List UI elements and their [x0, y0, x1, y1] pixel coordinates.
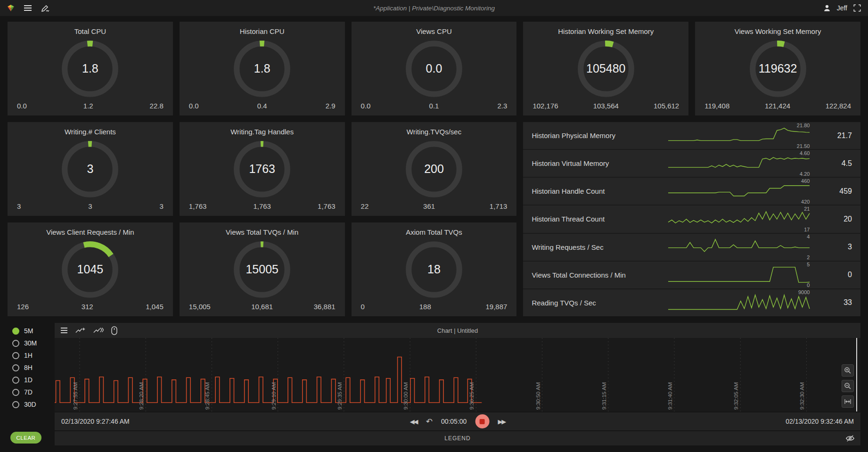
fullscreen-icon[interactable]: [853, 4, 861, 12]
timeframe-5m[interactable]: 5M: [8, 325, 55, 337]
timeframe-30d[interactable]: 30D: [8, 398, 55, 411]
metric-row: Historian Physical Memory 21.80 21.50 21…: [523, 122, 860, 149]
metrics-panel: Historian Physical Memory 21.80 21.50 21…: [523, 122, 860, 316]
metric-label: Writing Requests / Sec: [532, 243, 668, 251]
spark-hi-label: 460: [801, 178, 810, 184]
rewind-button[interactable]: ◀◀: [410, 418, 418, 425]
radio-icon: [12, 389, 19, 396]
gauge-max: 1,045: [146, 303, 164, 311]
metric-value: 33: [810, 298, 852, 307]
gauge-mid: 103,564: [593, 102, 619, 110]
sparkline: 460 420: [668, 182, 810, 200]
mouse-mode-icon[interactable]: [111, 326, 117, 335]
timeframe-8h[interactable]: 8H: [8, 362, 55, 374]
sparkline: 21.80 21.50: [668, 127, 810, 145]
spark-hi-label: 4.60: [800, 150, 810, 156]
gauge-min: 0.0: [361, 102, 371, 110]
time-axis-label: 9:27:55 AM: [73, 382, 78, 410]
gauge-mid: 3: [88, 202, 92, 210]
user-icon[interactable]: [823, 4, 831, 12]
zoom-in-icon[interactable]: [842, 364, 854, 377]
zoom-controls: [842, 364, 854, 408]
metric-label: Historian Virtual Memory: [532, 159, 668, 167]
menu-icon[interactable]: [24, 4, 32, 12]
gauge-max: 122,824: [826, 102, 851, 110]
gauge-min: 1,763: [189, 202, 207, 210]
gauge-value: 105480: [586, 62, 625, 75]
clear-button[interactable]: CLEAR: [10, 432, 41, 444]
multi-trend-icon[interactable]: [93, 326, 104, 335]
time-cursor[interactable]: [856, 338, 857, 411]
time-axis-label: 9:30:00 AM: [403, 382, 409, 410]
metric-row: Reading TVQs / Sec 9000 33: [523, 288, 860, 316]
gauge-min: 15,005: [189, 303, 211, 311]
legend-label: LEGEND: [444, 435, 470, 442]
sparkline: 4 2: [668, 238, 810, 256]
gauge-max: 1,763: [318, 202, 336, 210]
spark-lo-label: 4.20: [800, 171, 810, 177]
radio-icon: [12, 340, 19, 347]
timeframe-7d[interactable]: 7D: [8, 386, 55, 398]
gauge-value: 1.8: [254, 62, 270, 75]
radio-icon: [12, 377, 19, 384]
gauge-max: 3: [159, 202, 163, 210]
radio-icon: [12, 352, 19, 359]
legend-bar: LEGEND: [55, 431, 860, 445]
metric-value: 0: [810, 271, 852, 279]
sparkline: 4.60 4.20: [668, 155, 810, 173]
time-axis-label: 9:31:15 AM: [601, 382, 607, 410]
zoom-out-icon[interactable]: [842, 380, 854, 392]
spark-lo-label: 420: [801, 199, 810, 205]
gauge-title: Axiom Total TVQs: [352, 222, 517, 236]
gauge-max: 2.9: [326, 102, 336, 110]
chart-menu-icon[interactable]: [60, 327, 68, 334]
gauge-grid: Total CPU 1.8 0.0 1.2 22.8 Historian CPU…: [8, 22, 860, 316]
edit-trends-icon[interactable]: [41, 4, 50, 12]
undo-button[interactable]: ↶: [426, 417, 433, 427]
timeframe-1d[interactable]: 1D: [8, 374, 55, 386]
time-axis-label: 9:30:25 AM: [469, 382, 475, 410]
metric-value: 4.5: [810, 159, 852, 168]
time-axis-label: 9:31:40 AM: [667, 382, 673, 410]
add-trend-icon[interactable]: [75, 326, 86, 335]
timeframe-1h[interactable]: 1H: [8, 349, 55, 362]
gauge-mid: 1.2: [83, 102, 93, 110]
gauge-card: Historian Working Set Memory 105480 102,…: [523, 22, 688, 115]
metric-value: 459: [810, 187, 852, 196]
metric-value: 21.7: [810, 131, 852, 140]
application-title: *Application | Private\Diagnostic Monito…: [373, 5, 495, 12]
metric-value: 3: [810, 243, 852, 251]
fit-width-icon[interactable]: [842, 395, 854, 408]
gauge-mid: 1,763: [253, 202, 271, 210]
gauge-min: 102,176: [532, 102, 558, 110]
gauge-card: Writing.# Clients 3 3 3 3: [8, 122, 173, 216]
gauge-value: 1763: [249, 162, 275, 176]
metric-label: Historian Thread Count: [532, 215, 668, 223]
user-name[interactable]: Jeff: [837, 4, 847, 12]
hide-legend-icon[interactable]: [845, 434, 855, 443]
gauge-mid: 0.4: [257, 102, 267, 110]
gauge-card: Views Working Set Memory 119632 119,408 …: [695, 22, 860, 115]
time-axis-label: 9:32:30 AM: [799, 382, 805, 410]
gauge-max: 22.8: [150, 102, 164, 110]
gauge-mid: 188: [419, 303, 431, 311]
time-axis-label: 9:28:45 AM: [205, 382, 210, 410]
chart-plot[interactable]: 9:27:55 AM9:28:20 AM9:28:45 AM9:29:10 AM…: [55, 338, 860, 411]
metric-label: Reading TVQs / Sec: [532, 299, 668, 307]
metric-row: Writing Requests / Sec 4 2 3: [523, 233, 860, 261]
bottom-section: 5M 30M 1H 8H 1D 7D 30D CLEAR: [8, 323, 860, 445]
gauge-title: Views Working Set Memory: [695, 22, 860, 35]
gauge-title: Views Total TVQs / Min: [180, 222, 345, 236]
stop-button[interactable]: [475, 414, 489, 428]
gauge-mid: 0.1: [429, 102, 439, 110]
gauge-title: Views CPU: [352, 22, 517, 35]
timeframe-30m[interactable]: 30M: [8, 337, 55, 349]
timeframe-sidebar: 5M 30M 1H 8H 1D 7D 30D CLEAR: [8, 323, 55, 445]
gauge-title: Total CPU: [8, 22, 173, 35]
gauge-card: Historian CPU 1.8 0.0 0.4 2.9: [180, 22, 345, 115]
fast-forward-button[interactable]: ▶▶: [498, 418, 505, 425]
gauge-mid: 361: [423, 202, 435, 210]
app-logo-icon[interactable]: [7, 4, 15, 12]
radio-icon: [12, 328, 19, 335]
spark-hi-label: 9000: [798, 289, 810, 295]
